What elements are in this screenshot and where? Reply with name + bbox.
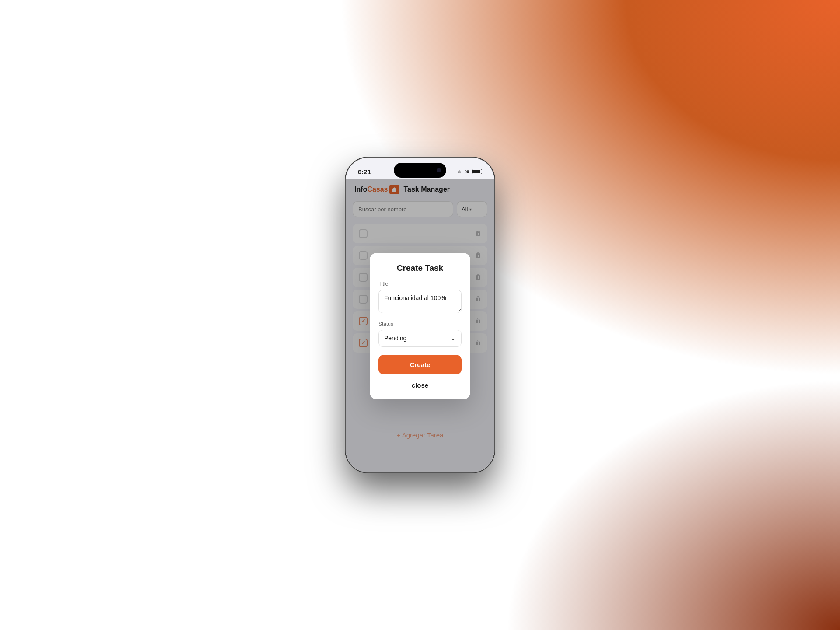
status-icons: ···· ⌾ 90	[450, 168, 482, 175]
close-button[interactable]: close	[378, 380, 462, 391]
create-task-modal: Create Task Title Status Pending ⌄ Creat…	[370, 253, 470, 399]
battery-icon	[472, 169, 482, 174]
camera-dot	[437, 168, 441, 172]
status-select-value: Pending	[384, 335, 406, 342]
phone-screen: 6:21 ···· ⌾ 90	[346, 158, 494, 472]
status-time: 6:21	[358, 168, 371, 175]
title-label: Title	[378, 281, 462, 287]
modal-overlay: Create Task Title Status Pending ⌄ Creat…	[346, 179, 494, 472]
title-input[interactable]	[378, 290, 462, 313]
wifi-icon: ⌾	[458, 168, 461, 175]
status-bar: 6:21 ···· ⌾ 90	[346, 158, 494, 179]
phone-frame: 6:21 ···· ⌾ 90	[346, 158, 494, 472]
signal-icon: ····	[450, 169, 455, 174]
battery-percentage: 90	[465, 169, 469, 174]
create-button[interactable]: Create	[378, 355, 462, 374]
status-select[interactable]: Pending ⌄	[378, 330, 462, 347]
status-label: Status	[378, 321, 462, 327]
modal-title: Create Task	[378, 263, 462, 273]
app-content: InfoCasas Task Manager All ▾	[346, 179, 494, 472]
dynamic-island	[394, 163, 446, 178]
status-chevron-icon: ⌄	[451, 335, 456, 342]
